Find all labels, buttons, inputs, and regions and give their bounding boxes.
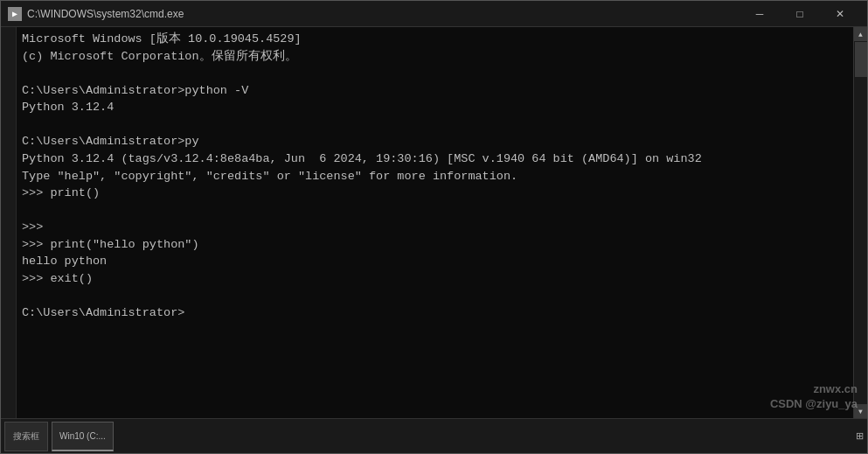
taskbar: 搜索框 Win10 (C:... ⊞ <box>1 418 867 453</box>
minimize-button[interactable]: ─ <box>740 1 780 27</box>
scroll-down-arrow[interactable]: ▼ <box>854 404 868 418</box>
maximize-button[interactable]: □ <box>780 1 820 27</box>
cmd-window: ▶ C:\WINDOWS\system32\cmd.exe ─ □ ✕ Micr… <box>0 0 868 454</box>
scroll-up-arrow[interactable]: ▲ <box>854 27 868 41</box>
taskbar-cmd-item[interactable]: Win10 (C:... <box>52 422 114 451</box>
scrollbar-thumb[interactable] <box>855 42 867 77</box>
window-title: C:\WINDOWS\system32\cmd.exe <box>27 8 740 20</box>
terminal-output[interactable]: Microsoft Windows [版本 10.0.19045.4529] (… <box>17 27 853 418</box>
scrollbar-track <box>854 41 868 404</box>
cmd-icon: ▶ <box>8 7 22 21</box>
scrollbar[interactable]: ▲ ▼ <box>853 27 867 418</box>
taskbar-right: ⊞ <box>856 430 864 442</box>
content-area: Microsoft Windows [版本 10.0.19045.4529] (… <box>1 27 867 418</box>
taskbar-start[interactable]: 搜索框 <box>4 422 48 451</box>
left-sidebar <box>1 27 17 418</box>
close-button[interactable]: ✕ <box>820 1 860 27</box>
window-controls: ─ □ ✕ <box>740 1 860 27</box>
titlebar: ▶ C:\WINDOWS\system32\cmd.exe ─ □ ✕ <box>1 1 867 27</box>
